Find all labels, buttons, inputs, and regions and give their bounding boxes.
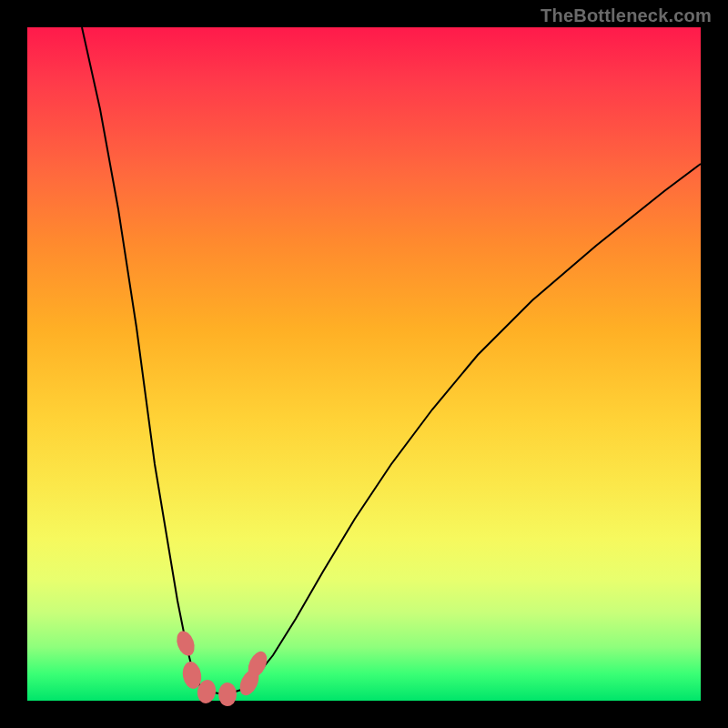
curve-marker	[218, 682, 237, 706]
curve-marker	[174, 629, 197, 658]
plot-area	[27, 27, 701, 701]
chart-frame: TheBottleneck.com	[0, 0, 728, 728]
bottleneck-curve	[82, 27, 701, 693]
curve-layer	[27, 27, 701, 701]
watermark-text: TheBottleneck.com	[541, 5, 712, 26]
curve-markers	[174, 629, 271, 706]
